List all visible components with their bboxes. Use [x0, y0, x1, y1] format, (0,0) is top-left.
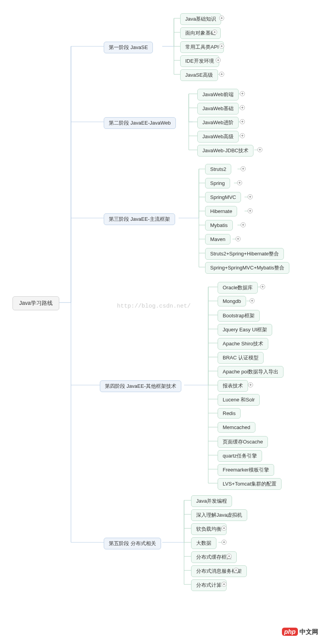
leaf-node[interactable]: Oracle数据库 — [218, 282, 258, 294]
leaf-node[interactable]: Hibernate — [205, 206, 237, 216]
leaf-node[interactable]: SpringMVC — [205, 192, 241, 202]
expand-icon[interactable]: + — [219, 72, 224, 77]
leaf-node[interactable]: 常用工具类API — [180, 41, 224, 53]
leaf-node[interactable]: Maven — [205, 234, 230, 245]
leaf-node[interactable]: JavaWeb-JDBC技术 — [197, 145, 253, 157]
expand-icon[interactable]: + — [250, 298, 255, 303]
leaf-node[interactable]: Apache Shiro技术 — [218, 338, 268, 350]
leaf-node[interactable]: Memcached — [218, 422, 255, 433]
leaf-node[interactable]: Bootstrap框架 — [218, 310, 260, 322]
expand-icon[interactable]: + — [257, 147, 262, 152]
expand-icon[interactable]: + — [221, 582, 227, 587]
leaf-node[interactable]: Redis — [218, 408, 241, 419]
expand-icon[interactable]: + — [240, 91, 245, 96]
leaf-node[interactable]: quartz任务引擎 — [218, 450, 262, 462]
leaf-node[interactable]: JavaWeb前端 — [197, 89, 239, 100]
phase-node[interactable]: 第二阶段 JavaEE-JavaWeb — [104, 117, 176, 129]
footer-logo: php中文网 — [282, 628, 318, 636]
expand-icon[interactable]: + — [212, 30, 217, 35]
leaf-node[interactable]: 分布式消息服务框架 — [191, 565, 247, 577]
watermark-text: http://blog.csdn.net/ — [117, 303, 191, 310]
leaf-node[interactable]: JavaWeb高级 — [197, 131, 239, 143]
leaf-node[interactable]: Spring+SpringMVC+Mybatis整合 — [205, 262, 289, 274]
leaf-node[interactable]: JavaWeb进阶 — [197, 117, 239, 128]
expand-icon[interactable]: + — [237, 180, 242, 185]
leaf-node[interactable]: Mongdb — [218, 296, 246, 306]
expand-icon[interactable]: + — [221, 540, 227, 545]
leaf-node[interactable]: Mybatis — [205, 220, 233, 231]
leaf-node[interactable]: Lucene 和Solr — [218, 394, 260, 406]
leaf-node[interactable]: JavaSE高级 — [180, 69, 218, 81]
leaf-node[interactable]: Java基础知识 — [180, 13, 221, 25]
leaf-node[interactable]: Apache poi数据导入导出 — [218, 366, 283, 378]
expand-icon[interactable]: + — [236, 236, 241, 241]
leaf-node[interactable]: Java并发编程 — [191, 495, 232, 507]
expand-icon[interactable]: + — [248, 208, 253, 213]
phase-node[interactable]: 第一阶段 JavaSE — [104, 42, 153, 53]
footer-logo-cn: 中文网 — [299, 628, 318, 635]
expand-icon[interactable]: + — [240, 105, 245, 110]
leaf-node[interactable]: IDE开发环境 — [180, 55, 219, 67]
leaf-node[interactable]: 页面缓存Oscache — [218, 436, 268, 448]
leaf-node[interactable]: 大数据 — [191, 537, 216, 549]
leaf-node[interactable]: JavaWeb基础 — [197, 103, 239, 114]
leaf-node[interactable]: Struts2+Spring+Hibernate整合 — [205, 248, 284, 260]
leaf-node[interactable]: Jquery Easy UI框架 — [218, 324, 272, 336]
expand-icon[interactable]: + — [241, 166, 246, 171]
leaf-node[interactable]: 分布式计算 — [191, 579, 227, 591]
leaf-node[interactable]: LVS+Tomcat集群的配置 — [218, 478, 282, 490]
expand-icon[interactable]: + — [240, 119, 245, 124]
expand-icon[interactable]: + — [219, 44, 224, 49]
leaf-node[interactable]: 深入理解Java虚拟机 — [191, 509, 247, 521]
expand-icon[interactable]: + — [216, 58, 221, 63]
expand-icon[interactable]: + — [248, 382, 253, 387]
expand-icon[interactable]: + — [241, 222, 246, 227]
expand-icon[interactable]: + — [248, 194, 253, 199]
expand-icon[interactable]: + — [221, 526, 227, 531]
leaf-node[interactable]: Freemarker模板引擎 — [218, 464, 274, 476]
expand-icon[interactable]: + — [227, 554, 232, 559]
expand-icon[interactable]: + — [240, 133, 245, 138]
footer-logo-php: php — [282, 628, 298, 636]
phase-node[interactable]: 第五阶段 分布式相关 — [104, 538, 161, 549]
leaf-node[interactable]: 软负载均衡 — [191, 523, 227, 535]
leaf-node[interactable]: 报表技术 — [218, 380, 248, 392]
leaf-node[interactable]: Struts2 — [205, 164, 231, 174]
expand-icon[interactable]: + — [260, 284, 265, 289]
phase-node[interactable]: 第三阶段 JavaEE-主流框架 — [104, 213, 175, 225]
leaf-node[interactable]: BRAC 认证模型 — [218, 352, 264, 364]
expand-icon[interactable]: + — [219, 16, 224, 21]
root-node[interactable]: Java学习路线 — [12, 296, 59, 310]
expand-icon[interactable]: + — [234, 568, 239, 573]
leaf-node[interactable]: Spring — [205, 178, 230, 188]
phase-node[interactable]: 第四阶段 JavaEE-其他框架技术 — [100, 380, 181, 392]
